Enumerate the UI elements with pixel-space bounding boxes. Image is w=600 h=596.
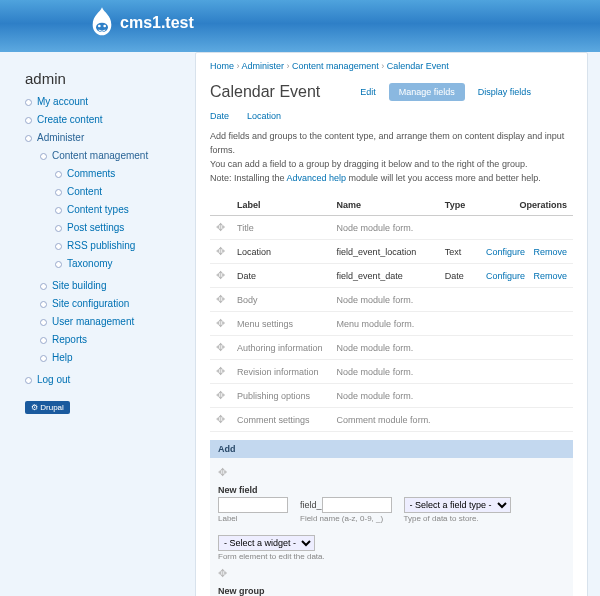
cell-ops [472,216,573,240]
subtab-date[interactable]: Date [210,111,229,121]
th-label: Label [231,195,331,216]
field-type-select[interactable]: - Select a field type - [404,497,511,513]
cell-type [439,288,472,312]
cell-type [439,384,472,408]
new-field-label-input[interactable] [218,497,288,513]
drag-icon[interactable]: ✥ [216,389,225,401]
admin-menu: My account Create content Administer Con… [25,93,185,389]
cell-name: Node module form. [331,336,439,360]
menu-administer[interactable]: Administer [37,132,84,143]
table-row: ✥Authoring informationNode module form. [210,336,573,360]
widget-select[interactable]: - Select a widget - [218,535,315,551]
cell-label: Body [231,288,331,312]
drag-icon[interactable]: ✥ [218,466,227,478]
bc-administer[interactable]: Administer [242,61,285,71]
advanced-help-link[interactable]: Advanced help [287,173,347,183]
bc-content-mgmt[interactable]: Content management [292,61,379,71]
menu-my-account[interactable]: My account [37,96,88,107]
svg-point-0 [96,23,108,32]
cell-type: Text [439,240,472,264]
header: cms1.test [0,0,600,52]
cell-name: Node module form. [331,288,439,312]
table-row: ✥TitleNode module form. [210,216,573,240]
sidebar-title: admin [25,70,185,87]
menu-reports[interactable]: Reports [52,334,87,345]
bc-calendar-event[interactable]: Calendar Event [387,61,449,71]
table-row: ✥BodyNode module form. [210,288,573,312]
menu-post-settings[interactable]: Post settings [67,222,124,233]
add-section: Add ✥ New field Label field_Field name (… [210,440,573,596]
drag-icon[interactable]: ✥ [216,293,225,305]
drag-icon[interactable]: ✥ [216,317,225,329]
drag-icon[interactable]: ✥ [216,221,225,233]
cell-name: Comment module form. [331,408,439,432]
cell-ops [472,288,573,312]
menu-content[interactable]: Content [67,186,102,197]
cell-label: Location [231,240,331,264]
cell-ops: Configure Remove [472,264,573,288]
cell-ops [472,360,573,384]
cell-label: Publishing options [231,384,331,408]
op-remove[interactable]: Remove [533,271,567,281]
cell-name: Node module form. [331,216,439,240]
site-title: cms1.test [120,8,600,32]
tab-manage-fields[interactable]: Manage fields [389,83,465,101]
menu-comments[interactable]: Comments [67,168,115,179]
menu-content-types[interactable]: Content types [67,204,129,215]
drag-icon[interactable]: ✥ [216,365,225,377]
th-type: Type [439,195,472,216]
page-title: Calendar Event [210,83,320,101]
drag-icon[interactable]: ✥ [218,567,227,579]
table-row: ✥Revision informationNode module form. [210,360,573,384]
cell-type [439,408,472,432]
th-ops: Operations [472,195,573,216]
menu-content-management[interactable]: Content management [52,150,148,161]
table-row: ✥Datefield_event_dateDateConfigure Remov… [210,264,573,288]
tab-display-fields[interactable]: Display fields [468,83,541,101]
menu-site-building[interactable]: Site building [52,280,106,291]
cell-label: Authoring information [231,336,331,360]
bc-home[interactable]: Home [210,61,234,71]
cell-type [439,336,472,360]
op-configure[interactable]: Configure [486,271,525,281]
cell-type [439,216,472,240]
cell-type: Date [439,264,472,288]
breadcrumb: Home › Administer › Content management ›… [196,53,587,79]
table-row: ✥Locationfield_event_locationTextConfigu… [210,240,573,264]
cell-name: Menu module form. [331,312,439,336]
menu-logout[interactable]: Log out [37,374,70,385]
svg-point-2 [103,25,106,28]
drag-icon[interactable]: ✥ [216,269,225,281]
menu-rss[interactable]: RSS publishing [67,240,135,251]
op-configure[interactable]: Configure [486,247,525,257]
cell-ops [472,312,573,336]
drupal-badge[interactable]: Drupal [25,401,70,414]
menu-taxonomy[interactable]: Taxonomy [67,258,113,269]
cell-ops [472,408,573,432]
description: Add fields and groups to the content typ… [196,129,587,195]
cell-label: Revision information [231,360,331,384]
tab-edit[interactable]: Edit [350,83,386,101]
table-row: ✥Publishing optionsNode module form. [210,384,573,408]
primary-tabs: Edit Manage fields Display fields [350,83,541,101]
cell-label: Date [231,264,331,288]
new-group-title: New group [218,586,565,596]
cell-name: Node module form. [331,360,439,384]
subtab-location[interactable]: Location [247,111,281,121]
menu-site-config[interactable]: Site configuration [52,298,129,309]
cell-ops [472,336,573,360]
drupal-logo [88,6,116,38]
table-row: ✥Menu settingsMenu module form. [210,312,573,336]
drag-icon[interactable]: ✥ [216,413,225,425]
cell-type [439,360,472,384]
new-field-name-input[interactable] [322,497,392,513]
menu-user-management[interactable]: User management [52,316,134,327]
menu-create-content[interactable]: Create content [37,114,103,125]
menu-help[interactable]: Help [52,352,73,363]
drag-icon[interactable]: ✥ [216,341,225,353]
fields-table: Label Name Type Operations ✥TitleNode mo… [210,195,573,432]
cell-ops [472,384,573,408]
cell-name: field_event_date [331,264,439,288]
op-remove[interactable]: Remove [533,247,567,257]
drag-icon[interactable]: ✥ [216,245,225,257]
